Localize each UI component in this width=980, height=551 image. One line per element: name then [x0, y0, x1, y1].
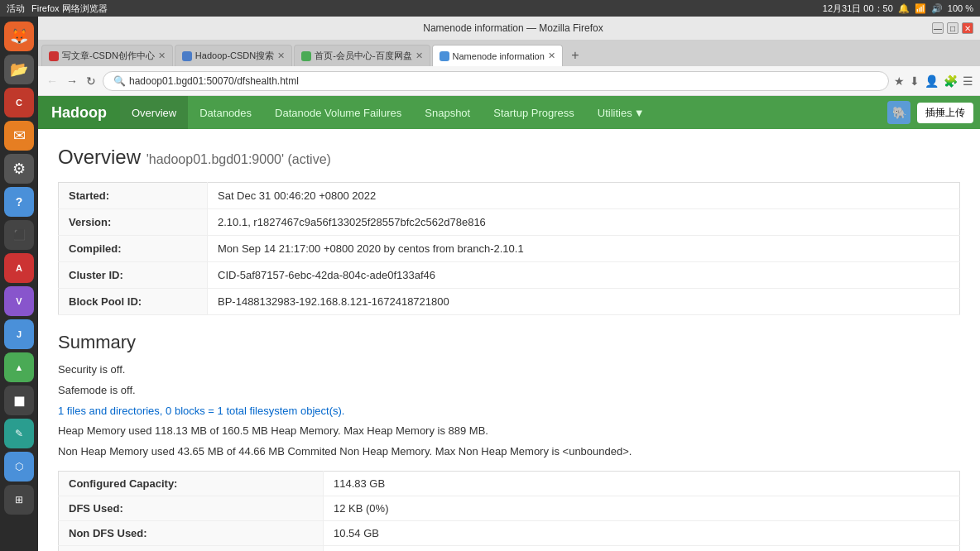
help-icon[interactable]: ? — [4, 187, 34, 217]
summary-title: Summary — [58, 332, 960, 353]
tab-favicon-1 — [49, 51, 59, 61]
os-activity-label: 活动 — [7, 2, 25, 15]
grid-icon[interactable]: ⊞ — [4, 485, 34, 515]
nav-snapshot[interactable]: Snapshot — [413, 96, 482, 129]
tab-baidu-disk[interactable]: 首页-会员中心-百度网盘 ✕ — [294, 45, 430, 66]
info-value-cluster-id: CID-5af87157-6ebc-42da-804c-ade0f133af46 — [208, 262, 960, 289]
table-row: Configured Capacity: 114.83 GB — [59, 471, 960, 496]
os-browser-label: Firefox 网络浏览器 — [31, 2, 108, 15]
os-datetime: 12月31日 00：50 — [823, 2, 893, 15]
table-row: DFS Used: 12 KB (0%) — [59, 496, 960, 520]
extensions-icon[interactable]: 🧩 — [944, 74, 958, 88]
close-button[interactable]: ✕ — [962, 22, 973, 34]
tab-favicon-3 — [301, 51, 311, 61]
nav-startup-progress[interactable]: Startup Progress — [482, 96, 586, 129]
info-label-started: Started: — [59, 183, 208, 209]
tab-close-4[interactable]: ✕ — [548, 50, 555, 61]
tab-label-3: 首页-会员中心-百度网盘 — [315, 50, 411, 62]
summary-security: Security is off. — [58, 362, 960, 379]
files-link[interactable]: 1 files and directories, 0 blocks = 1 to… — [58, 405, 344, 417]
os-bar-right: 12月31日 00：50 🔔 📶 🔊 100 % — [823, 2, 973, 15]
app-v-icon[interactable]: ▲ — [4, 352, 34, 382]
os-bar: 活动 Firefox 网络浏览器 12月31日 00：50 🔔 📶 🔊 100 … — [0, 0, 980, 17]
table-row: Non DFS Used: 10.54 GB — [59, 520, 960, 545]
page-title: Overview 'hadoop01.bgd01:9000' (active) — [58, 146, 960, 169]
os-wifi-icon: 📶 — [915, 3, 926, 14]
menu-icon[interactable]: ☰ — [963, 74, 973, 88]
tab-favicon-4 — [440, 51, 449, 61]
summary-nonheap: Non Heap Memory used 43.65 MB of 44.66 M… — [58, 443, 960, 461]
os-battery: 100 % — [948, 3, 973, 13]
summary-safemode: Safemode is off. — [58, 382, 960, 400]
nav-datanode-volume[interactable]: Datanode Volume Failures — [263, 96, 413, 129]
firefox-sidebar-icon[interactable]: 🦊 — [4, 22, 34, 51]
minimize-button[interactable]: — — [932, 22, 944, 34]
chevron-down-icon: ▼ — [634, 107, 645, 119]
window-controls[interactable]: — □ ✕ — [932, 22, 973, 34]
forward-button[interactable]: → — [65, 73, 79, 89]
bookmark-icon[interactable]: ★ — [894, 74, 905, 88]
summary-heap: Heap Memory used 118.13 MB of 160.5 MB H… — [58, 423, 960, 440]
table-row: Cluster ID: CID-5af87157-6ebc-42da-804c-… — [59, 262, 960, 289]
back-button[interactable]: ← — [45, 73, 60, 89]
tab-namenode[interactable]: Namenode information ✕ — [432, 45, 563, 66]
browser-tabs: 写文章-CSDN创作中心 ✕ Hadoop-CSDN搜索 ✕ 首页-会员中心-百… — [38, 40, 980, 66]
sidebar: 🦊 📂 C ✉ ⚙ ? ⬛ A V J ▲ ◼ ✎ ⬡ ⊞ — [0, 17, 38, 551]
url-bar[interactable]: 🔍 hadoop01.bgd01:50070/dfshealth.html — [103, 71, 889, 91]
csdn-icon[interactable]: C — [4, 88, 34, 117]
app-block-icon[interactable]: ◼ — [4, 386, 34, 415]
summary-label-non-dfs: Non DFS Used: — [59, 520, 324, 545]
os-volume-icon: 🔊 — [931, 3, 943, 14]
table-row: DFS Remaining: 104.29 GB (90.82%) — [59, 545, 960, 551]
tab-hadoop-search[interactable]: Hadoop-CSDN搜索 ✕ — [175, 45, 292, 66]
vim-icon[interactable]: V — [4, 286, 34, 316]
app-a-icon[interactable]: A — [4, 253, 34, 283]
network-icon[interactable]: ⬡ — [4, 452, 34, 482]
os-bar-left: 活动 Firefox 网络浏览器 — [7, 2, 108, 15]
hadoop-brand: Hadoop — [38, 96, 120, 129]
tab-csdn-create[interactable]: 写文章-CSDN创作中心 ✕ — [41, 45, 173, 66]
browser-title: Namenode information — Mozilla Firefox — [94, 22, 932, 34]
address-bar: ← → ↻ 🔍 hadoop01.bgd01:50070/dfshealth.h… — [38, 66, 980, 96]
tab-close-1[interactable]: ✕ — [158, 50, 166, 61]
terminal-icon[interactable]: ⬛ — [4, 220, 34, 250]
info-label-compiled: Compiled: — [59, 236, 208, 262]
summary-value-capacity: 114.83 GB — [324, 471, 960, 496]
table-row: Started: Sat Dec 31 00:46:20 +0800 2022 — [59, 183, 960, 209]
maximize-button[interactable]: □ — [947, 22, 958, 34]
folder-icon[interactable]: 📂 — [4, 55, 34, 84]
upload-button[interactable]: 插捶上传 — [917, 103, 973, 123]
table-row: Block Pool ID: BP-1488132983-192.168.8.1… — [59, 289, 960, 315]
profile-icon[interactable]: 👤 — [925, 74, 939, 88]
info-value-version: 2.10.1, r1827467c9a56f133025f28557bfc2c5… — [208, 209, 960, 236]
reload-button[interactable]: ↻ — [84, 73, 98, 89]
new-tab-button[interactable]: + — [564, 45, 586, 66]
download-icon[interactable]: ⬇ — [910, 74, 920, 88]
info-label-block-pool-id: Block Pool ID: — [59, 289, 208, 315]
table-row: Version: 2.10.1, r1827467c9a56f133025f28… — [59, 209, 960, 236]
info-label-cluster-id: Cluster ID: — [59, 262, 208, 289]
idea-icon[interactable]: J — [4, 319, 34, 349]
note-icon[interactable]: ✎ — [4, 419, 34, 448]
os-bell-icon[interactable]: 🔔 — [898, 3, 910, 14]
page-subtitle: 'hadoop01.bgd01:9000' (active) — [147, 152, 331, 166]
nav-datanodes[interactable]: Datanodes — [188, 96, 263, 129]
tab-favicon-2 — [182, 51, 192, 61]
tab-close-3[interactable]: ✕ — [416, 50, 423, 61]
hadoop-nav: Hadoop Overview Datanodes Datanode Volum… — [38, 96, 980, 129]
address-icons: ★ ⬇ 👤 🧩 ☰ — [894, 74, 973, 88]
info-value-compiled: Mon Sep 14 21:17:00 +0800 2020 by centos… — [208, 236, 960, 262]
nav-utilities[interactable]: Utilities ▼ — [586, 96, 656, 129]
tab-label-4: Namenode information — [453, 51, 545, 61]
table-row: Compiled: Mon Sep 14 21:17:00 +0800 2020… — [59, 236, 960, 262]
tab-label-2: Hadoop-CSDN搜索 — [195, 50, 274, 62]
hadoop-nav-links: Overview Datanodes Datanode Volume Failu… — [120, 96, 656, 129]
summary-value-non-dfs: 10.54 GB — [324, 520, 960, 545]
summary-value-dfs-remaining: 104.29 GB (90.82%) — [324, 545, 960, 551]
settings-icon[interactable]: ⚙ — [4, 154, 34, 184]
nav-overview[interactable]: Overview — [120, 96, 188, 129]
tab-close-2[interactable]: ✕ — [277, 50, 285, 61]
browser-chrome: Namenode information — Mozilla Firefox —… — [38, 17, 980, 96]
summary-label-dfs-used: DFS Used: — [59, 496, 324, 520]
mail-icon[interactable]: ✉ — [4, 121, 34, 151]
